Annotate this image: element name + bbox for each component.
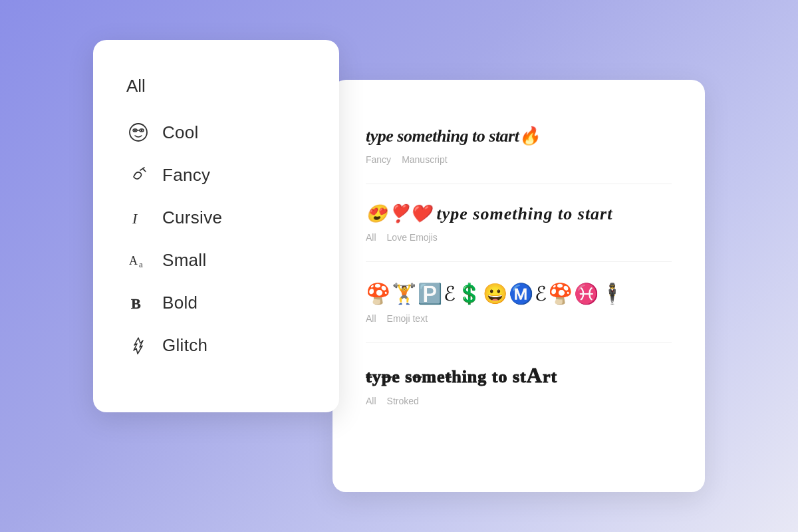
tag-manuscript: Manuscript — [402, 154, 447, 165]
tag-stroked: Stroked — [387, 396, 419, 406]
sidebar-item-cursive[interactable]: I Cursive — [126, 196, 306, 239]
result-tags-emoji-text: All Emoji text — [366, 313, 672, 324]
result-text-stroked: type something to stArt — [366, 362, 672, 390]
fancy-icon — [126, 163, 150, 187]
sidebar-item-glitch[interactable]: Glitch — [126, 324, 306, 366]
result-text-fancy-manuscript: type something to start🔥 — [366, 125, 672, 148]
svg-point-2 — [141, 130, 143, 132]
cursive-label: Cursive — [162, 207, 222, 228]
bold-label: Bold — [162, 293, 198, 313]
tag-fancy: Fancy — [366, 154, 391, 165]
capital-a: A — [527, 363, 543, 387]
tag-all-emoji: All — [366, 313, 376, 324]
result-tags-fancy-manuscript: Fancy Manuscript — [366, 154, 672, 165]
tag-all-love: All — [366, 232, 376, 243]
bold-icon: B — [126, 291, 150, 315]
app-container: All Cool — [93, 40, 705, 492]
sidebar-item-cool[interactable]: Cool — [126, 111, 306, 154]
svg-text:B: B — [131, 295, 141, 312]
small-label: Small — [162, 250, 207, 271]
tag-love-emojis: Love Emojis — [387, 232, 438, 243]
cool-label: Cool — [162, 122, 199, 143]
tag-emoji-text: Emoji text — [387, 313, 428, 324]
sidebar-item-small[interactable]: A a Small — [126, 239, 306, 281]
tag-all-stroked: All — [366, 396, 376, 406]
cool-icon — [126, 120, 150, 144]
small-icon: A a — [126, 248, 150, 272]
sidebar-item-bold[interactable]: B Bold — [126, 281, 306, 324]
sidebar-item-fancy[interactable]: Fancy — [126, 154, 306, 196]
svg-point-8 — [144, 170, 145, 171]
strikethrough-th: t — [446, 367, 452, 386]
glitch-label: Glitch — [162, 335, 207, 356]
category-all[interactable]: All — [126, 66, 306, 106]
svg-point-1 — [134, 130, 136, 132]
svg-text:A: A — [129, 254, 138, 267]
result-text-love-emojis: 😍❣️❤️ type something to start — [366, 203, 672, 225]
svg-point-0 — [130, 124, 147, 141]
result-stroked[interactable]: type something to stArt All Stroked — [366, 343, 672, 426]
strikethrough-t: t — [366, 367, 372, 386]
result-love-emojis[interactable]: 😍❣️❤️ type something to start All Love E… — [366, 184, 672, 262]
glitch-icon — [126, 333, 150, 357]
result-fancy-manuscript[interactable]: type something to start🔥 Fancy Manuscrip… — [366, 106, 672, 184]
fancy-label: Fancy — [162, 165, 210, 186]
svg-text:a: a — [139, 259, 143, 269]
result-tags-stroked: All Stroked — [366, 396, 672, 406]
cursive-icon: I — [126, 205, 150, 229]
results-panel: type something to start🔥 Fancy Manuscrip… — [332, 80, 705, 492]
svg-text:I: I — [132, 210, 138, 227]
result-text-emoji-text: 🍄🏋️🅿️ℰ💲😀Ⓜ️ℰ🍄♓🕴️ — [366, 281, 672, 307]
strikethrough-p: p — [382, 367, 392, 386]
strikethrough-o: o — [412, 367, 422, 386]
result-emoji-text[interactable]: 🍄🏋️🅿️ℰ💲😀Ⓜ️ℰ🍄♓🕴️ All Emoji text — [366, 262, 672, 343]
result-tags-love-emojis: All Love Emojis — [366, 232, 672, 243]
category-panel: All Cool — [93, 40, 339, 412]
